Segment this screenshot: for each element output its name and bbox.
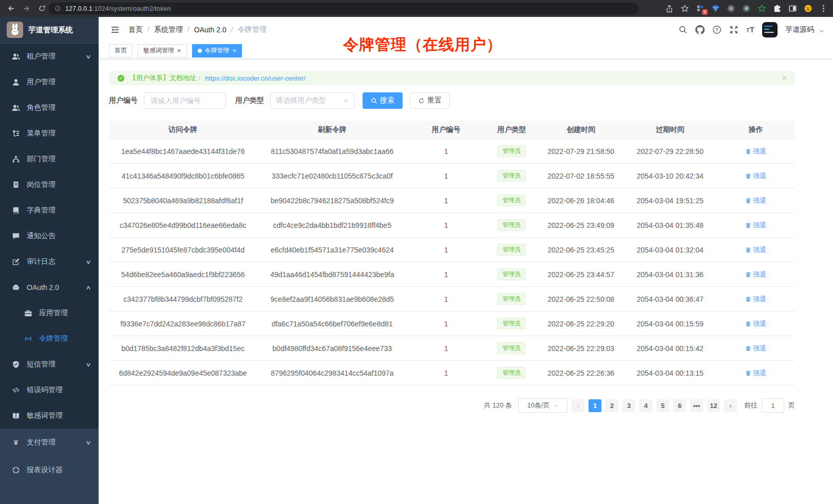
view-tab[interactable]: 首页 bbox=[109, 44, 132, 57]
address-bar[interactable]: 127.0.0.1:1024/system/oauth2/token bbox=[48, 3, 639, 14]
expire-time-cell: 2054-03-04 01:35:48 bbox=[623, 221, 717, 229]
force-logout-button[interactable]: 强退 bbox=[745, 196, 766, 205]
next-page-button[interactable]: › bbox=[724, 399, 737, 412]
page-number-button[interactable]: ••• bbox=[690, 399, 703, 412]
force-logout-button[interactable]: 强退 bbox=[745, 319, 766, 328]
breadcrumb-item[interactable]: 系统管理 bbox=[154, 25, 194, 34]
browser-forward-icon[interactable] bbox=[22, 4, 31, 13]
extension-gem-icon[interactable] bbox=[711, 4, 720, 13]
sidebar-item-label: 菜单管理 bbox=[27, 129, 55, 138]
table-row: 275e5de9151045fe87cbdc395e004f4d e6cfd40… bbox=[109, 238, 795, 262]
caret-down-icon[interactable] bbox=[819, 28, 825, 34]
breadcrumb-item[interactable]: OAuth 2.0 bbox=[194, 26, 238, 34]
prev-page-button[interactable]: ‹ bbox=[572, 399, 584, 412]
view-tab[interactable]: 令牌管理 × bbox=[192, 44, 242, 57]
sidebar-item-post[interactable]: 岗位管理 bbox=[0, 172, 99, 198]
tab-label: 敏感词管理 bbox=[143, 46, 174, 55]
sidebar-item-audit-log[interactable]: 审计日志 ∨ bbox=[0, 249, 99, 275]
sidebar-item-oauth2[interactable]: OAuth 2.0 ∧ bbox=[0, 275, 99, 300]
force-logout-button[interactable]: 强退 bbox=[745, 245, 766, 255]
help-icon[interactable]: ? bbox=[712, 25, 722, 34]
sidebar-item-dict[interactable]: 字典管理 bbox=[0, 198, 99, 223]
extensions-puzzle-icon[interactable] bbox=[773, 4, 782, 13]
table-header: 访问令牌刷新令牌用户编号用户类型创建时间过期时间操作 bbox=[109, 121, 795, 139]
search-button[interactable]: 搜索 bbox=[363, 92, 403, 109]
sidebar-logo[interactable]: 芋道管理系统 bbox=[0, 17, 99, 43]
profile-emoji-icon[interactable] bbox=[804, 4, 812, 13]
sidebar-item-sensitive-word[interactable]: 敏感词管理 bbox=[0, 403, 99, 429]
extension-asterisk-icon[interactable] bbox=[727, 4, 735, 13]
extension-grid-icon[interactable]: 9 bbox=[696, 4, 705, 13]
page-size-select[interactable]: 10条/页 bbox=[518, 398, 567, 413]
user-name[interactable]: 芋道源码 bbox=[785, 25, 814, 34]
font-size-icon[interactable]: TT bbox=[746, 25, 754, 35]
sidebar-item-pay[interactable]: ¥ 支付管理 ∨ bbox=[0, 429, 99, 456]
sidebar-item-tenant[interactable]: 租户管理 ∨ bbox=[0, 44, 99, 69]
search-icon[interactable] bbox=[678, 25, 688, 34]
force-logout-button[interactable]: 强退 bbox=[745, 221, 766, 230]
refresh-token-cell: cdfc4ce9c2da4bb1bdf21b9918ff4be5 bbox=[257, 221, 408, 229]
sidebar-item-notice[interactable]: 通知公告 bbox=[0, 223, 99, 249]
force-logout-button[interactable]: 强退 bbox=[745, 344, 766, 353]
table-header-cell: 用户类型 bbox=[485, 125, 538, 134]
bookmark-star-icon[interactable] bbox=[680, 4, 689, 13]
force-logout-button[interactable]: 强退 bbox=[745, 369, 766, 378]
extension-star-icon[interactable] bbox=[758, 4, 766, 13]
page-number-button[interactable]: 6 bbox=[673, 399, 686, 412]
browser-menu-icon[interactable] bbox=[819, 4, 828, 13]
sidebar-item-report[interactable]: 报表设计器 bbox=[0, 456, 99, 484]
success-check-icon bbox=[117, 74, 125, 82]
sidebar-item-menu[interactable]: 菜单管理 bbox=[0, 121, 99, 146]
github-icon[interactable] bbox=[695, 25, 705, 34]
force-logout-button[interactable]: 强退 bbox=[745, 171, 766, 181]
delete-icon bbox=[745, 296, 751, 302]
table-row: 41c41346a548490f9dc8b01c6bfe0865 333ecfc… bbox=[109, 164, 795, 188]
page-number-button[interactable]: 4 bbox=[639, 399, 652, 412]
chevron-down-icon bbox=[343, 98, 349, 104]
avatar[interactable] bbox=[762, 22, 778, 37]
sidebar-item-role[interactable]: 角色管理 bbox=[0, 95, 99, 121]
sidebar-item-user[interactable]: 用户管理 bbox=[0, 69, 99, 95]
site-info-icon[interactable] bbox=[54, 5, 61, 12]
sidebar-item-oauth2-app[interactable]: 应用管理 bbox=[0, 300, 99, 326]
tab-label: 首页 bbox=[115, 46, 127, 55]
browser-reload-icon[interactable] bbox=[37, 4, 46, 13]
breadcrumb-item[interactable]: 首页 bbox=[128, 25, 154, 34]
sidebar-item-label: 用户管理 bbox=[27, 77, 55, 87]
share-icon[interactable] bbox=[665, 4, 674, 13]
extension-dot-icon[interactable] bbox=[742, 4, 751, 13]
doc-link[interactable]: https://doc.iocoder.cn/user-center/ bbox=[205, 74, 306, 82]
chevron-down-icon bbox=[553, 403, 559, 409]
page-number-button[interactable]: 12 bbox=[707, 399, 720, 412]
goto-page-input[interactable] bbox=[762, 398, 784, 413]
delete-icon bbox=[745, 247, 751, 253]
user-id-input[interactable] bbox=[144, 92, 226, 109]
page-number-button[interactable]: 1 bbox=[589, 399, 601, 412]
sidebar-item-sms[interactable]: 短信管理 ∨ bbox=[0, 352, 99, 377]
sidebar-item-oauth2-token[interactable]: 令牌管理 bbox=[0, 326, 99, 352]
user-type-select[interactable]: 请选择用户类型 bbox=[270, 92, 355, 109]
access-token-cell: 1ea5e44f8bc1467aaede43144f31de76 bbox=[109, 147, 257, 156]
sidebar-item-label: 审计日志 bbox=[27, 257, 55, 266]
view-tab[interactable]: 敏感词管理 × bbox=[138, 44, 187, 57]
reset-button[interactable]: 重置 bbox=[410, 92, 450, 109]
breadcrumb-item[interactable]: 令牌管理 bbox=[238, 25, 267, 34]
browser-back-icon[interactable] bbox=[7, 4, 15, 13]
sidebar-item-dept[interactable]: 部门管理 bbox=[0, 146, 99, 172]
alert-text: 【用户体系】文档地址： bbox=[129, 73, 203, 83]
sidebar-fold-icon[interactable] bbox=[110, 25, 120, 34]
page-number-button[interactable]: 2 bbox=[605, 399, 618, 412]
page-number-button[interactable]: 5 bbox=[656, 399, 669, 412]
force-logout-button[interactable]: 强退 bbox=[745, 270, 766, 279]
created-time-cell: 2022-06-25 22:26:36 bbox=[538, 369, 623, 377]
tab-close-icon[interactable]: × bbox=[177, 48, 181, 54]
code-icon bbox=[11, 386, 21, 394]
sidebar-item-error-code[interactable]: 错误码管理 bbox=[0, 377, 99, 403]
alert-close-icon[interactable]: × bbox=[782, 74, 787, 82]
page-number-button[interactable]: 3 bbox=[622, 399, 635, 412]
fullscreen-icon[interactable] bbox=[729, 25, 739, 34]
force-logout-button[interactable]: 强退 bbox=[745, 295, 766, 304]
tab-close-icon[interactable]: × bbox=[233, 48, 237, 54]
split-screen-icon[interactable] bbox=[788, 4, 797, 13]
force-logout-button[interactable]: 强退 bbox=[745, 147, 766, 156]
